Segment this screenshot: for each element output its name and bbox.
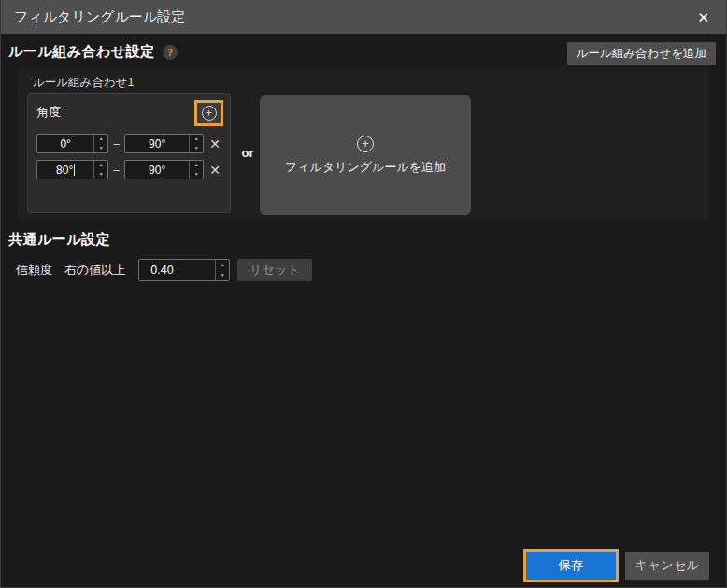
- angle-rule-card: 角度 + 0° ▲ ▼ – 90°: [27, 93, 231, 213]
- reset-button[interactable]: リセット: [237, 259, 311, 281]
- angle-range-row-2: 80° ▲ ▼ – 90° ▲ ▼ ✕: [36, 160, 221, 179]
- spin-down-icon[interactable]: ▼: [216, 270, 229, 280]
- spin-down-icon[interactable]: ▼: [190, 170, 203, 179]
- dialog-title: フィルタリングルール設定: [14, 8, 185, 26]
- add-rule-combination-button[interactable]: ルール組み合わせを追加: [567, 42, 716, 65]
- remove-range-icon[interactable]: ✕: [208, 164, 221, 177]
- remove-range-icon[interactable]: ✕: [208, 137, 221, 151]
- or-label: or: [236, 146, 259, 160]
- angle-max-input-1[interactable]: 90° ▲ ▼: [124, 134, 204, 153]
- confidence-row: 信頼度 右の値以上 0.40 ▲ ▼ リセット: [16, 259, 312, 281]
- spin-down-icon[interactable]: ▼: [94, 170, 107, 179]
- angle-card-header: 角度 +: [36, 101, 221, 126]
- spinner-arrows[interactable]: ▲ ▼: [189, 161, 203, 179]
- plus-circle-icon: +: [202, 106, 217, 121]
- angle-range-row-1: 0° ▲ ▼ – 90° ▲ ▼ ✕: [36, 134, 221, 153]
- angle-min-input-2[interactable]: 80° ▲ ▼: [36, 160, 108, 179]
- rule-combination-1-label: ルール組み合わせ1: [33, 75, 134, 91]
- rule-combination-section-title: ルール組み合わせ設定: [8, 43, 155, 61]
- spin-up-icon[interactable]: ▲: [94, 135, 107, 144]
- spin-down-icon[interactable]: ▼: [190, 144, 203, 153]
- spinner-arrows[interactable]: ▲ ▼: [93, 161, 107, 179]
- spin-up-icon[interactable]: ▲: [216, 260, 229, 270]
- filtering-rule-settings-dialog: フィルタリングルール設定 ✕ ルール組み合わせ設定 ? ルール組み合わせを追加 …: [0, 0, 727, 588]
- angle-max-input-2[interactable]: 90° ▲ ▼: [124, 160, 204, 179]
- rule-combination-1-panel: ルール組み合わせ1 角度 + 0° ▲ ▼: [18, 67, 709, 221]
- angle-min-value-2: 80°: [37, 161, 93, 179]
- text-caret: [74, 164, 75, 176]
- angle-range-rows: 0° ▲ ▼ – 90° ▲ ▼ ✕: [36, 134, 221, 179]
- common-rule-section-title: 共通ルール設定: [8, 231, 110, 249]
- save-button[interactable]: 保存: [523, 549, 619, 582]
- range-dash: –: [113, 137, 120, 151]
- close-icon[interactable]: ✕: [693, 8, 713, 26]
- confidence-input[interactable]: 0.40 ▲ ▼: [138, 259, 230, 281]
- spinner-arrows[interactable]: ▲ ▼: [215, 260, 229, 280]
- angle-max-value-2: 90°: [125, 161, 189, 179]
- angle-max-value-1: 90°: [125, 135, 189, 152]
- cancel-button[interactable]: キャンセル: [625, 552, 709, 580]
- dialog-titlebar: フィルタリングルール設定 ✕: [1, 0, 726, 34]
- angle-min-value-1: 0°: [37, 135, 93, 152]
- range-dash: –: [113, 164, 120, 177]
- add-filtering-rule-button[interactable]: + フィルタリングルールを追加: [260, 95, 471, 215]
- spinner-arrows[interactable]: ▲ ▼: [93, 135, 107, 152]
- common-rule-section-header: 共通ルール設定: [8, 231, 110, 249]
- confidence-value: 0.40: [139, 260, 215, 280]
- spin-down-icon[interactable]: ▼: [94, 144, 107, 153]
- spin-up-icon[interactable]: ▲: [190, 135, 203, 144]
- add-angle-range-button[interactable]: +: [194, 100, 223, 126]
- confidence-label: 信頼度: [16, 262, 52, 279]
- plus-circle-icon: +: [357, 136, 374, 152]
- help-icon[interactable]: ?: [163, 45, 178, 60]
- spin-up-icon[interactable]: ▲: [190, 161, 203, 170]
- spin-up-icon[interactable]: ▲: [94, 161, 107, 170]
- angle-min-input-1[interactable]: 0° ▲ ▼: [36, 134, 108, 153]
- threshold-mode-label: 右の値以上: [64, 262, 125, 279]
- add-filtering-rule-label: フィルタリングルールを追加: [285, 159, 446, 176]
- angle-rule-title: 角度: [36, 101, 61, 121]
- rule-combination-section-header: ルール組み合わせ設定 ?: [8, 43, 178, 61]
- spinner-arrows[interactable]: ▲ ▼: [189, 135, 203, 152]
